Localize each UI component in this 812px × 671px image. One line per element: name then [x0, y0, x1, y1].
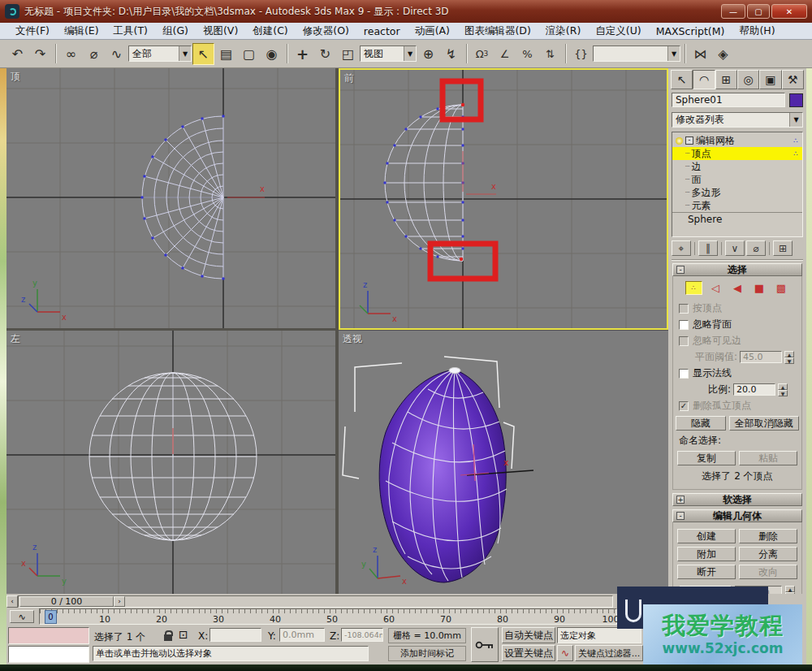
selection-filter-dropdown[interactable]: 全部 ▼: [128, 45, 192, 62]
align-icon[interactable]: ◈: [712, 43, 734, 65]
expand-icon[interactable]: +: [676, 496, 685, 504]
rollout-edit-geometry-header[interactable]: - 编辑几何体: [672, 509, 802, 522]
object-name-field[interactable]: Sphere01: [672, 93, 785, 107]
maxscript-mini-listener-white[interactable]: [8, 646, 89, 663]
subobject-vertex-icon[interactable]: ∴: [685, 281, 702, 295]
rollout-soft-selection-header[interactable]: + 软选择: [672, 493, 802, 506]
select-move-icon[interactable]: +: [292, 43, 313, 65]
planar-threshold-field[interactable]: 45.0: [740, 351, 782, 363]
turn-button[interactable]: 改向: [739, 565, 797, 579]
delete-isolated-vertices-checkbox[interactable]: ✓: [679, 401, 689, 411]
minimize-button[interactable]: —: [721, 4, 745, 19]
reference-coordsys-dropdown[interactable]: 视图 ▼: [360, 45, 417, 62]
configure-modifier-sets-icon[interactable]: ⊞: [773, 240, 793, 256]
hierarchy-tab-icon[interactable]: ⊞: [715, 70, 737, 89]
viewport-perspective[interactable]: 透视: [339, 331, 668, 594]
unlink-icon[interactable]: ⌀: [83, 43, 105, 65]
delete-button[interactable]: 删除: [739, 529, 797, 543]
detach-button[interactable]: 分离: [739, 547, 797, 561]
viewport-top[interactable]: 顶: [6, 68, 335, 328]
menu-edit[interactable]: 编辑(E): [57, 24, 106, 38]
window-crossing-icon[interactable]: ◉: [261, 43, 283, 65]
planar-threshold-spinner[interactable]: ▲▼: [784, 351, 794, 364]
open-mini-curve-editor-icon[interactable]: ∿: [10, 610, 34, 623]
menu-animation[interactable]: 动画(A): [408, 24, 457, 38]
bind-spacewarp-icon[interactable]: ∿: [106, 43, 127, 65]
paste-button[interactable]: 粘贴: [739, 451, 797, 465]
collapse-icon[interactable]: -: [676, 512, 685, 520]
keyboard-shortcut-override-key-icon[interactable]: [471, 627, 499, 662]
remove-modifier-icon[interactable]: ⌀: [746, 240, 766, 256]
collapse-icon[interactable]: -: [676, 266, 685, 274]
menu-graph-editors[interactable]: 图表编辑器(D): [457, 24, 538, 38]
subobject-polygon-icon[interactable]: ■: [751, 281, 768, 295]
stack-edit-mesh[interactable]: - 编辑网格 ∴: [672, 134, 802, 147]
display-tab-icon[interactable]: ▣: [759, 70, 781, 89]
track-bar-frame-handle[interactable]: 0: [45, 610, 57, 624]
track-bar-ruler[interactable]: 10 20 30 40 50 60 70 80 90 100 0: [39, 608, 617, 625]
time-slider-button[interactable]: 0 / 100: [19, 596, 114, 607]
maxscript-mini-listener-pink[interactable]: [8, 627, 89, 644]
menu-views[interactable]: 视图(V): [196, 24, 245, 38]
y-coordinate-field[interactable]: 0.0mm: [279, 628, 325, 642]
subobject-face-icon[interactable]: ◀: [729, 281, 746, 295]
use-center-icon[interactable]: ⊕: [417, 43, 439, 65]
stack-polygon[interactable]: ┈多边形: [672, 186, 802, 199]
spinner-snap-icon[interactable]: ⇅: [539, 43, 561, 65]
angle-snap-icon[interactable]: ∠: [494, 43, 516, 65]
chevron-down-icon[interactable]: ▼: [789, 113, 802, 127]
by-vertex-checkbox[interactable]: [679, 304, 689, 314]
add-time-tag[interactable]: 添加时间标记: [388, 646, 466, 661]
select-object-icon[interactable]: ↖: [192, 43, 214, 65]
viewport-front-active[interactable]: 前: [339, 68, 668, 330]
named-selection-sets-icon[interactable]: {}: [570, 43, 592, 65]
select-manipulate-icon[interactable]: ↯: [440, 43, 462, 65]
stack-base-sphere[interactable]: Sphere: [672, 212, 802, 225]
rollout-selection-header[interactable]: - 选择: [672, 263, 802, 276]
time-slider-track[interactable]: 0 / 100 ›: [18, 595, 613, 608]
normals-scale-spinner[interactable]: ▲▼: [778, 383, 788, 396]
modify-tab-icon[interactable]: ◠: [693, 70, 715, 89]
redo-icon[interactable]: ↷: [29, 43, 51, 65]
menu-tools[interactable]: 工具(T): [106, 24, 155, 38]
copy-button[interactable]: 复制: [677, 451, 736, 465]
select-rotate-icon[interactable]: ↻: [314, 43, 336, 65]
create-button[interactable]: 创建: [677, 529, 736, 543]
ignore-backfacing-checkbox[interactable]: [679, 320, 689, 330]
show-end-result-icon[interactable]: ‖: [698, 240, 718, 256]
undo-icon[interactable]: ↶: [6, 43, 28, 65]
x-coordinate-field[interactable]: [209, 628, 261, 642]
mirror-icon[interactable]: ⋈: [689, 43, 711, 65]
key-mode-curve-icon[interactable]: ∿: [557, 645, 573, 661]
make-unique-icon[interactable]: ∨: [725, 240, 745, 256]
menu-maxscript[interactable]: MAXScript(M): [649, 25, 732, 37]
normals-scale-field[interactable]: 20.0: [733, 383, 775, 396]
menu-reactor[interactable]: reactor: [356, 25, 408, 37]
create-tab-icon[interactable]: ↖: [671, 70, 693, 89]
menu-create[interactable]: 创建(C): [245, 24, 295, 38]
viewport-left[interactable]: 左: [6, 331, 335, 594]
set-key-button[interactable]: 设置关键点: [502, 645, 555, 661]
snap-toggle-icon[interactable]: Ω3: [471, 43, 493, 65]
menu-file[interactable]: 文件(F): [8, 24, 57, 38]
stack-face[interactable]: ┈面: [672, 173, 802, 186]
subobject-edge-icon[interactable]: ◁: [707, 281, 724, 295]
rect-selection-region-icon[interactable]: ▢: [238, 43, 260, 65]
stack-vertex-selected[interactable]: ┈顶点 ∴: [672, 147, 802, 160]
close-button[interactable]: ✕: [771, 4, 807, 19]
prev-frame-icon[interactable]: ‹: [6, 595, 18, 608]
modifier-list-dropdown[interactable]: 修改器列表 ▼: [672, 112, 803, 128]
percent-snap-icon[interactable]: %: [516, 43, 538, 65]
named-selection-dropdown[interactable]: ▼: [593, 45, 680, 62]
selection-lock-icon[interactable]: [164, 634, 172, 641]
maximize-button[interactable]: ▢: [747, 4, 770, 19]
stack-element[interactable]: ┈元素: [672, 199, 802, 212]
utilities-tab-icon[interactable]: ⚒: [782, 70, 804, 89]
absolute-offset-icon[interactable]: ⊡: [179, 628, 188, 641]
stack-edge[interactable]: ┈边: [672, 160, 802, 173]
z-coordinate-field[interactable]: -108.064m: [341, 628, 383, 642]
chevron-down-icon[interactable]: ▼: [179, 46, 191, 61]
unhide-all-button[interactable]: 全部取消隐藏: [729, 416, 799, 431]
menu-help[interactable]: 帮助(H): [732, 24, 782, 38]
chevron-down-icon[interactable]: ▼: [404, 46, 416, 61]
